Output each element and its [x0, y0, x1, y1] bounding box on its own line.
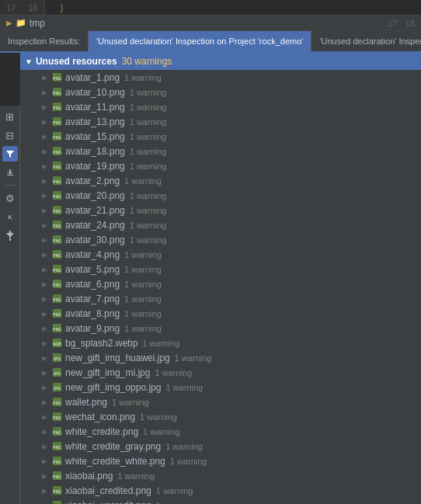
item-arrow-icon: ▶ — [42, 384, 48, 391]
item-arrow-icon: ▶ — [42, 339, 48, 347]
filename-label: bg_splash2.webp — [65, 338, 137, 349]
list-item[interactable]: ▶ PNG wallet.png 1 warning — [20, 395, 421, 409]
svg-text:PNG: PNG — [53, 179, 61, 184]
warning-count-label: 1 warning — [124, 265, 162, 274]
list-item[interactable]: ▶ PNG avatar_8.png 1 warning — [20, 306, 421, 321]
file-type-icon: PNG — [51, 72, 62, 83]
warning-count-label: 1 warning — [155, 368, 192, 377]
filename-label: avatar_8.png — [65, 308, 120, 319]
list-item[interactable]: ▶ PNG avatar_15.png 1 warning — [20, 129, 421, 144]
list-item[interactable]: ▶ PNG avatar_1.png 1 warning — [20, 70, 421, 85]
warning-count-label: 1 warning — [130, 221, 167, 230]
section-arrow-icon: ▼ — [25, 57, 33, 66]
list-item[interactable]: ▶ PNG avatar_4.png 1 warning — [20, 247, 421, 262]
item-arrow-icon: ▶ — [42, 295, 48, 303]
list-item[interactable]: ▶ PNG avatar_24.png 1 warning — [20, 217, 421, 232]
svg-text:PNG: PNG — [53, 445, 61, 450]
filename-label: xiaobai_credited.png — [65, 485, 151, 496]
list-item[interactable]: ▶ PNG avatar_5.png 1 warning — [20, 262, 421, 276]
list-item[interactable]: ▶ PNG avatar_10.png 1 warning — [20, 85, 421, 99]
list-item[interactable]: ▶ PNG white_credite_gray.png 1 warning — [20, 439, 421, 454]
list-item[interactable]: ▶ PNG avatar_9.png 1 warning — [20, 321, 421, 335]
filename-label: new_gift_img_oppo.jpg — [65, 382, 161, 393]
pin-icon[interactable] — [2, 228, 18, 243]
list-item[interactable]: ▶ PNG avatar_20.png 1 warning — [20, 188, 421, 203]
item-arrow-icon: ▶ — [42, 398, 48, 406]
list-item[interactable]: ▶ PNG avatar_30.png 1 warning — [20, 232, 421, 247]
filename-label: avatar_1.png — [65, 72, 120, 83]
list-item[interactable]: ▶ PNG avatar_11.png 1 warning — [20, 99, 421, 114]
list-item[interactable]: ▶ PNG avatar_13.png 1 warning — [20, 114, 421, 129]
file-type-icon: JPG — [51, 353, 62, 363]
list-item[interactable]: ▶ PNG avatar_6.png 1 warning — [20, 276, 421, 291]
file-type-icon: PNG — [51, 249, 62, 260]
filename-label: wechat_icon.png — [65, 412, 135, 422]
tab-unused-declaration-rock-demo[interactable]: 'Unused declaration' Inspection on Proje… — [89, 31, 311, 51]
items-list: ▶ PNG avatar_1.png 1 warning ▶ PNG avata… — [20, 70, 421, 504]
collapse-all-icon[interactable]: ⊟ — [2, 127, 18, 143]
file-type-icon: PNG — [51, 264, 62, 275]
filename-label: avatar_11.png — [65, 102, 125, 113]
filename-label: avatar_13.png — [65, 116, 125, 127]
export-icon[interactable] — [2, 165, 18, 180]
svg-text:PNG: PNG — [53, 224, 61, 228]
warning-count-label: 1 warning — [130, 117, 167, 127]
list-item[interactable]: ▶ WEB bg_splash2.webp 1 warning — [20, 335, 421, 350]
svg-text:JPG: JPG — [53, 371, 61, 376]
svg-text:PNG: PNG — [53, 489, 61, 494]
file-type-icon: PNG — [51, 220, 62, 231]
close-icon[interactable]: × — [2, 209, 18, 224]
list-item[interactable]: ▶ JPG new_gift_img_huawei.jpg 1 warning — [20, 350, 421, 365]
file-type-icon: PNG — [51, 235, 62, 245]
list-item[interactable]: ▶ PNG wechat_icon.png 1 warning — [20, 409, 421, 424]
file-type-icon: PNG — [51, 500, 62, 505]
file-type-icon: PNG — [51, 397, 62, 408]
gear-icon[interactable]: ⚙ — [2, 190, 18, 206]
list-item[interactable]: ▶ PNG xiaobai.png 1 warning — [20, 468, 421, 483]
list-item[interactable]: ▶ PNG white_credite_white.png 1 warning — [20, 454, 421, 468]
item-arrow-icon: ▶ — [42, 236, 48, 244]
list-item[interactable]: ▶ PNG xiaobai_credited.png 1 warning — [20, 483, 421, 498]
item-arrow-icon: ▶ — [42, 118, 48, 126]
folder-row[interactable]: ▶ 📁 tmp 1718 — [0, 16, 421, 31]
filename-label: avatar_20.png — [65, 190, 125, 201]
item-arrow-icon: ▶ — [42, 89, 48, 96]
list-item[interactable]: ▶ PNG avatar_7.png 1 warning — [20, 291, 421, 306]
item-arrow-icon: ▶ — [42, 472, 48, 480]
filename-label: avatar_7.png — [65, 294, 120, 304]
warning-count-label: 1 warning — [112, 398, 149, 407]
tab-unused-declaration-2[interactable]: 'Unused declaration' Inspection... — [311, 31, 421, 51]
list-item[interactable]: ▶ PNG avatar_21.png 1 warning — [20, 203, 421, 217]
svg-text:PNG: PNG — [53, 253, 61, 258]
list-item[interactable]: ▶ PNG avatar_2.png 1 warning — [20, 173, 421, 188]
file-type-icon: PNG — [51, 412, 62, 422]
code-content: } — [45, 0, 70, 15]
warning-count-label: 1 warning — [124, 294, 162, 304]
warning-count-label: 1 warning — [175, 353, 212, 363]
list-item[interactable]: ▶ JPG new_gift_img_oppo.jpg 1 warning — [20, 380, 421, 395]
list-item[interactable]: ▶ PNG avatar_19.png 1 warning — [20, 158, 421, 173]
list-item[interactable]: ▶ JPG new_gift_img_mi.jpg 1 warning — [20, 365, 421, 380]
filename-label: avatar_5.png — [65, 264, 120, 275]
warning-count-label: 1 warning — [130, 162, 167, 171]
expand-all-icon[interactable]: ⊞ — [2, 109, 18, 124]
warning-count-label: 1 warning — [156, 501, 193, 505]
filter-icon[interactable] — [2, 146, 18, 162]
results-panel[interactable]: ▼ Unused resources 30 warnings ▶ PNG ava… — [20, 53, 421, 504]
list-item[interactable]: ▶ PNG xiaobai_uncredit.png 1 warning — [20, 498, 421, 504]
list-item[interactable]: ▶ PNG avatar_18.png 1 warning — [20, 144, 421, 158]
item-arrow-icon: ▶ — [42, 266, 48, 273]
item-arrow-icon: ▶ — [42, 133, 48, 141]
filename-label: avatar_21.png — [65, 205, 125, 216]
filename-label: avatar_15.png — [65, 131, 125, 142]
file-type-icon: JPG — [51, 367, 62, 378]
item-arrow-icon: ▶ — [42, 310, 48, 318]
warning-count-label: 1 warning — [143, 427, 180, 436]
tab-inspection-results[interactable]: Inspection Results: — [0, 31, 89, 51]
file-type-icon: PNG — [51, 485, 62, 496]
file-type-icon: PNG — [51, 161, 62, 172]
list-item[interactable]: ▶ PNG white_credite.png 1 warning — [20, 424, 421, 439]
svg-text:PNG: PNG — [53, 76, 61, 81]
section-header[interactable]: ▼ Unused resources 30 warnings — [20, 53, 421, 70]
sidebar-toolbar: ⊞ ⊟ ⚙ × — [0, 106, 20, 504]
